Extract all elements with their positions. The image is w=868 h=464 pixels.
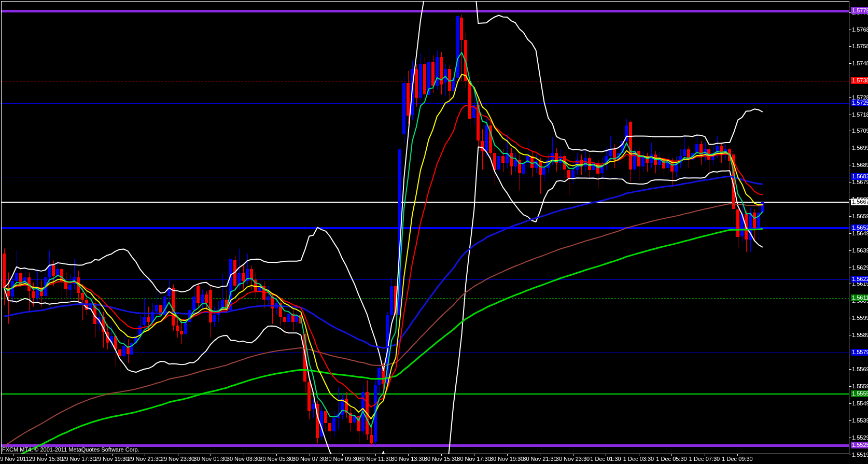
time-axis-label: 30 Nov 07:30 [292,456,326,462]
price-level-chip: 1.56110 [851,294,868,301]
price-level-chip: 1.56520 [851,224,868,231]
price-tick-label: 1.57485 [852,60,868,67]
price-tick-label: 1.57585 [852,43,868,50]
price-level-chip: 1.55550 [851,390,868,397]
time-axis-label: 29 Nov 15:30 [29,456,63,462]
time-axis: 29 Nov 201129 Nov 15:3029 Nov 17:3029 No… [0,455,868,464]
price-tick-label: 1.55295 [852,434,868,441]
time-axis-label: 29 Nov 19:30 [95,456,129,462]
price-tick-label: 1.56290 [852,264,868,271]
price-level-chip: 1.57790 [851,7,868,14]
price-tick-label: 1.57185 [852,111,868,118]
price-tick-label: 1.56890 [852,162,868,168]
price-tick-label: 1.55895 [852,332,868,339]
price-tick-label: 1.55995 [852,315,868,321]
time-axis-label: 29 Nov 23:30 [161,456,194,462]
time-axis-label: 30 Nov 01:30 [193,456,227,462]
time-axis-label: 30 Nov 11:30 [358,456,392,462]
price-tick-label: 1.56390 [852,247,868,254]
time-axis-label: 29 Nov 2011 [0,456,29,462]
price-level-chip: 1.55790 [851,349,868,356]
price-level-chip: 1.55250 [851,442,868,448]
price-tick-label: 1.55495 [852,400,868,407]
time-axis-label: 30 Nov 15:30 [424,456,458,462]
price-tick-label: 1.56590 [852,213,868,220]
price-chart-canvas[interactable] [0,0,868,464]
price-tick-label: 1.57680 [852,26,868,33]
time-axis-label: 30 Nov 19:30 [490,456,524,462]
price-tick-label: 1.55595 [852,383,868,390]
copyright-text: FXCM MT4, © 2001-2011 MetaQuotes Softwar… [2,446,139,453]
price-tick-label: 1.56990 [852,145,868,151]
price-tick-label: 1.57090 [852,128,868,134]
price-tick-label: 1.55395 [852,417,868,424]
price-level-chip: 1.56220 [851,276,868,283]
time-axis-label: 1 Dec 05:30 [656,456,687,462]
price-tick-label: 1.55695 [852,366,868,373]
time-axis-label: 1 Dec 01:30 [590,456,621,462]
time-axis-label: 29 Nov 17:30 [62,456,95,462]
time-axis-label: 30 Nov 13:30 [391,456,425,462]
time-axis-label: 1 Dec 09:30 [722,456,752,462]
price-axis: 1.577801.576801.575851.574851.572851.571… [850,0,868,464]
time-axis-label: 30 Nov 23:30 [556,456,590,462]
price-level-chip: 1.57250 [851,100,868,106]
time-axis-label: 30 Nov 03:30 [227,456,260,462]
price-tick-label: 1.55195 [852,452,868,458]
time-axis-label: 30 Nov 17:30 [457,456,491,462]
mt4-chart-window: 1.577801.576801.575851.574851.572851.571… [0,0,868,464]
time-axis-label: 1 Dec 07:30 [689,456,720,462]
time-axis-label: 1 Dec 03:30 [623,456,654,462]
time-axis-label: 30 Nov 09:30 [325,456,359,462]
price-level-chip: 1.56820 [851,173,868,180]
time-axis-label: 30 Nov 21:30 [523,456,556,462]
price-level-chip: 1.57380 [851,77,868,84]
time-axis-label: 29 Nov 21:30 [128,456,161,462]
bid-price-chip: 1.56670 [851,199,868,205]
time-axis-label: 30 Nov 05:30 [259,456,293,462]
